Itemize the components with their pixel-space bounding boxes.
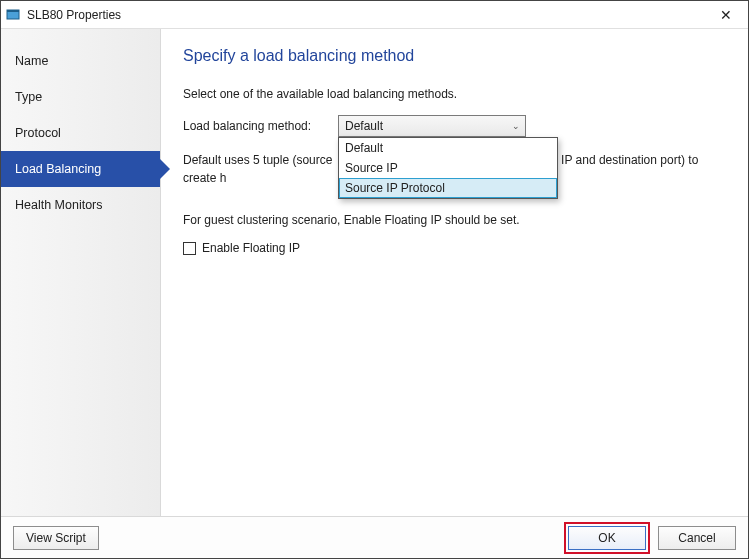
sidebar-item-protocol[interactable]: Protocol — [1, 115, 160, 151]
app-icon — [5, 7, 21, 23]
window-title: SLB80 Properties — [27, 8, 710, 22]
ok-button[interactable]: OK — [568, 526, 646, 550]
close-icon[interactable]: ✕ — [710, 8, 742, 22]
properties-dialog: SLB80 Properties ✕ Name Type Protocol Lo… — [0, 0, 749, 559]
titlebar: SLB80 Properties ✕ — [1, 1, 748, 29]
method-selected-value: Default — [345, 119, 383, 133]
floating-note: For guest clustering scenario, Enable Fl… — [183, 213, 720, 227]
method-row: Load balancing method: Default ⌄ Default… — [183, 115, 720, 137]
content-pane: Specify a load balancing method Select o… — [161, 29, 748, 516]
intro-text: Select one of the available load balanci… — [183, 87, 720, 101]
sidebar-item-load-balancing[interactable]: Load Balancing — [1, 151, 160, 187]
method-option-source-ip[interactable]: Source IP — [339, 158, 557, 178]
method-label: Load balancing method: — [183, 119, 338, 133]
cancel-button[interactable]: Cancel — [658, 526, 736, 550]
sidebar-item-type[interactable]: Type — [1, 79, 160, 115]
ok-button-highlight: OK — [564, 522, 650, 554]
sidebar-item-health-monitors[interactable]: Health Monitors — [1, 187, 160, 223]
view-script-button[interactable]: View Script — [13, 526, 99, 550]
floating-ip-checkbox[interactable] — [183, 242, 196, 255]
dialog-body: Name Type Protocol Load Balancing Health… — [1, 29, 748, 516]
sidebar: Name Type Protocol Load Balancing Health… — [1, 29, 161, 516]
method-option-default[interactable]: Default — [339, 138, 557, 158]
page-title: Specify a load balancing method — [183, 47, 720, 65]
method-combo-display[interactable]: Default ⌄ — [338, 115, 526, 137]
chevron-down-icon: ⌄ — [512, 121, 520, 131]
footer: View Script OK Cancel — [1, 516, 748, 558]
method-dropdown: Default Source IP Source IP Protocol — [338, 137, 558, 199]
method-combo[interactable]: Default ⌄ Default Source IP Source IP Pr… — [338, 115, 526, 137]
svg-rect-1 — [7, 10, 19, 12]
floating-ip-label[interactable]: Enable Floating IP — [202, 241, 300, 255]
sidebar-item-name[interactable]: Name — [1, 43, 160, 79]
floating-ip-row: Enable Floating IP — [183, 241, 720, 255]
desc-fragment-pre: Default uses 5 tuple (source — [183, 153, 332, 167]
method-option-source-ip-protocol[interactable]: Source IP Protocol — [339, 178, 557, 198]
